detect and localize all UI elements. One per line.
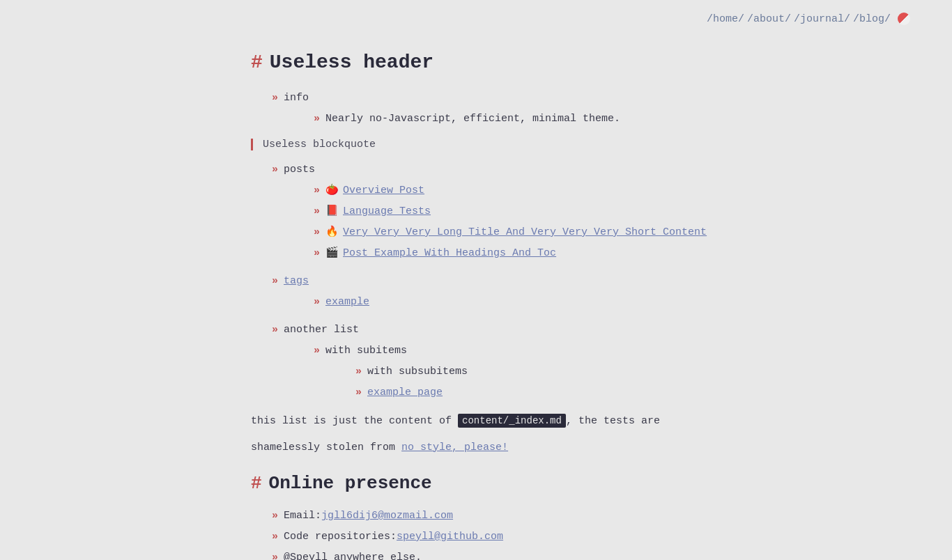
email-item: » Email: jgll6dij6@mozmail.com	[272, 508, 910, 524]
code-repos-prefix: Code repositories:	[284, 529, 397, 545]
para2-prefix: shamelessly stolen from	[251, 442, 401, 453]
bullet-tags: »	[272, 273, 278, 290]
bullet-another: »	[272, 322, 278, 339]
bullet-post-2: »	[314, 203, 320, 220]
contact-section: » Email: jgll6dij6@mozmail.com » Code re…	[251, 508, 910, 560]
subitems-label: with subitems	[325, 343, 407, 359]
nav-link-home[interactable]: /home/	[707, 13, 744, 25]
page-heading-1: # Useless header	[251, 52, 910, 73]
post-link-overview[interactable]: Overview Post	[343, 182, 424, 199]
post-icon-2: 📕	[325, 203, 339, 220]
posts-label: posts	[284, 162, 315, 178]
blockquote-text: Useless blockquote	[263, 139, 376, 150]
top-navigation: /home/ /about/ /journal/ /blog/	[0, 0, 952, 38]
social-item: » @Speyll anywhere else.	[272, 550, 910, 560]
info-label: info	[284, 90, 309, 107]
list-item: » with subsubitems	[355, 364, 910, 380]
main-content: # Useless header » info » Nearly no-Java…	[0, 38, 952, 560]
tags-section: » tags » example	[251, 273, 910, 311]
bullet-example-tag: »	[314, 294, 320, 311]
info-item: » info	[272, 90, 910, 107]
example-page-link[interactable]: example page	[367, 384, 443, 401]
code-repos-item: » Code repositories: speyll@github.com	[272, 529, 910, 545]
post-link-headings[interactable]: Post Example With Headings And Toc	[343, 245, 556, 262]
bullet-email: »	[272, 508, 278, 524]
info-section: » info » Nearly no-Javascript, efficient…	[251, 90, 910, 127]
another-list-label: another list	[284, 322, 359, 339]
list-item: » 📕 Language Tests	[314, 203, 910, 220]
post-link-language[interactable]: Language Tests	[343, 203, 431, 220]
bullet-post-4: »	[314, 245, 320, 262]
list-item: » 🔥 Very Very Very Long Title And Very V…	[314, 224, 910, 241]
bullet-info: »	[272, 90, 278, 107]
list-item: » example	[314, 294, 910, 311]
para1-suffix: , the tests are	[566, 415, 660, 427]
nav-link-blog[interactable]: /blog/	[853, 13, 891, 25]
post-icon-4: 🎬	[325, 245, 339, 262]
bullet-post-1: »	[314, 182, 320, 199]
info-sub: » Nearly no-Javascript, efficient, minim…	[272, 111, 910, 127]
nav-link-journal[interactable]: /journal/	[794, 13, 850, 25]
list-item: » 🎬 Post Example With Headings And Toc	[314, 245, 910, 262]
posts-section: » posts » 🍅 Overview Post » 📕 Language T…	[251, 162, 910, 262]
paragraph-2: shamelessly stolen from no style, please…	[251, 439, 910, 457]
email-link[interactable]: jgll6dij6@mozmail.com	[321, 508, 453, 524]
bullet-post-3: »	[314, 224, 320, 241]
email-prefix: Email:	[284, 508, 321, 524]
hash-symbol-1: #	[251, 52, 263, 73]
blockquote: Useless blockquote	[251, 139, 910, 150]
posts-list: » 🍅 Overview Post » 📕 Language Tests » 🔥…	[272, 182, 910, 262]
another-list-section: » another list » with subitems » with su…	[251, 322, 910, 401]
list-item: » with subitems	[314, 343, 910, 359]
paragraph-1: this list is just the content of content…	[251, 412, 910, 430]
another-list-sub: » with subitems » with subsubitems » exa…	[272, 343, 910, 401]
nav-link-about[interactable]: /about/	[747, 13, 791, 25]
info-text: Nearly no-Javascript, efficient, minimal…	[325, 111, 620, 127]
bullet-posts: »	[272, 162, 278, 178]
posts-label-item: » posts	[272, 162, 910, 178]
list-item: » 🍅 Overview Post	[314, 182, 910, 199]
page-heading-2-text: Online presence	[269, 473, 432, 494]
subsubitems-label: with subsubitems	[367, 364, 468, 380]
another-list-label-item: » another list	[272, 322, 910, 339]
list-item: » example page	[355, 384, 910, 401]
subsubitems-section: » with subsubitems » example page	[314, 364, 910, 401]
post-icon-3: 🔥	[325, 224, 339, 241]
post-link-long-title[interactable]: Very Very Very Long Title And Very Very …	[343, 224, 707, 241]
bullet-subsubitems: »	[355, 364, 362, 380]
no-style-link[interactable]: no style, please!	[401, 442, 508, 453]
inline-code: content/_index.md	[458, 414, 566, 428]
theme-toggle-icon[interactable]	[898, 13, 910, 25]
post-icon-1: 🍅	[325, 182, 339, 199]
bullet-code-repos: »	[272, 529, 278, 545]
info-text-item: » Nearly no-Javascript, efficient, minim…	[314, 111, 910, 127]
tag-link-example[interactable]: example	[325, 294, 369, 311]
tags-label-item: » tags	[272, 273, 910, 290]
bullet-social: »	[272, 550, 278, 560]
bullet-example-page: »	[355, 384, 362, 401]
page-heading-2: # Online presence	[251, 473, 910, 494]
tags-link[interactable]: tags	[284, 273, 309, 290]
bullet-subitems: »	[314, 343, 320, 359]
social-text: @Speyll anywhere else.	[284, 550, 422, 560]
hash-symbol-2: #	[251, 473, 262, 494]
tags-list: » example	[272, 294, 910, 311]
code-repos-link[interactable]: speyll@github.com	[397, 529, 503, 545]
bullet-info-text: »	[314, 111, 320, 127]
page-heading-1-text: Useless header	[270, 52, 433, 73]
para1-prefix: this list is just the content of	[251, 415, 458, 427]
